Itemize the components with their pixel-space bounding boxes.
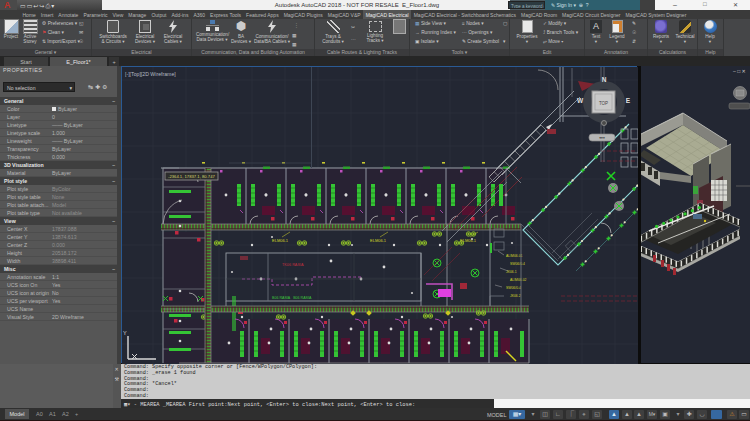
svg-text:▾▾▾: ▾▾▾: [599, 136, 605, 140]
svg-text:ALIM06.02: ALIM06.02: [510, 278, 527, 282]
svg-text:E: E: [626, 97, 631, 104]
svg-text:-2364.1, 17837.1, 80.747: -2364.1, 17837.1, 80.747: [168, 174, 215, 179]
svg-text:SW06/0.4: SW06/0.4: [510, 262, 525, 266]
svg-text:Y: Y: [123, 330, 127, 336]
svg-text:– □ ✕: – □ ✕: [733, 68, 746, 74]
svg-text:B06 RASIA B06 RASIA: B06 RASIA B06 RASIA: [272, 296, 312, 300]
svg-text:N: N: [602, 76, 607, 83]
svg-text:TOP: TOP: [599, 101, 608, 106]
svg-text:ALIM06.01: ALIM06.01: [506, 254, 523, 258]
svg-text:ELM06.1: ELM06.1: [460, 238, 477, 243]
svg-text:SW06/0.4: SW06/0.4: [506, 286, 521, 290]
svg-text:ELM06.1: ELM06.1: [370, 238, 387, 243]
svg-text:JK06.2: JK06.2: [510, 294, 521, 298]
svg-text:W: W: [577, 97, 584, 104]
svg-text:[-][Top][2D Wireframe]: [-][Top][2D Wireframe]: [125, 71, 176, 77]
svg-text:ELM06.1: ELM06.1: [272, 238, 289, 243]
svg-text:TK06 RASIA: TK06 RASIA: [282, 263, 304, 267]
svg-text:JK06.1: JK06.1: [506, 270, 517, 274]
